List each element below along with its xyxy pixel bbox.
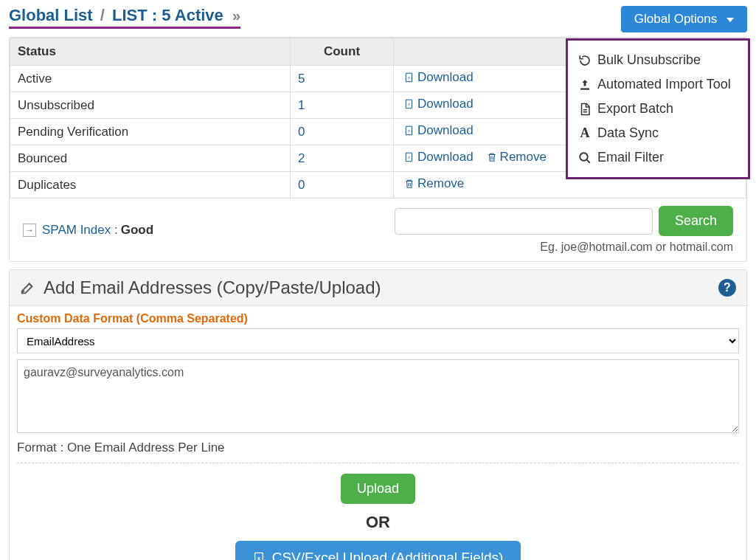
menu-item-label: Automated Import Tool xyxy=(597,77,731,92)
header-count: Count xyxy=(291,38,394,66)
menu-item-label: Export Batch xyxy=(597,101,673,117)
menu-item-label: Data Sync xyxy=(597,125,659,141)
count-cell: 5 xyxy=(291,66,394,92)
status-cell: Bounced xyxy=(10,145,291,172)
or-text: OR xyxy=(10,513,746,532)
breadcrumb-separator: / xyxy=(100,6,105,24)
download-link[interactable]: xDownload xyxy=(404,70,474,85)
breadcrumb[interactable]: Global List / LIST : 5 Active » xyxy=(9,6,240,29)
svg-text:x: x xyxy=(408,102,410,106)
count-link[interactable]: 1 xyxy=(298,98,305,112)
count-link[interactable]: 2 xyxy=(298,151,305,165)
status-cell: Unsubscribed xyxy=(10,92,291,119)
remove-link[interactable]: Remove xyxy=(404,176,464,191)
status-cell: Active xyxy=(10,66,291,92)
add-email-panel: Add Email Addresses (Copy/Paste/Upload) … xyxy=(9,269,747,560)
search-button[interactable]: Search xyxy=(659,206,733,236)
svg-text:x: x xyxy=(257,555,261,560)
svg-text:x: x xyxy=(408,155,410,159)
menu-item-export-batch[interactable]: Export Batch xyxy=(572,97,743,121)
breadcrumb-global-list[interactable]: Global List xyxy=(9,6,93,24)
undo-icon xyxy=(578,54,592,67)
expand-arrow-icon[interactable]: → xyxy=(23,224,36,237)
menu-item-automated-import-tool[interactable]: Automated Import Tool xyxy=(572,72,743,97)
divider xyxy=(17,463,739,463)
remove-link[interactable]: Remove xyxy=(487,150,547,165)
menu-item-label: Bulk Unsubscribe xyxy=(597,52,701,68)
status-cell: Pending Verification xyxy=(10,119,291,145)
count-cell: 2 xyxy=(291,145,394,172)
spam-index-link[interactable]: → SPAM Index : Good xyxy=(23,223,153,238)
svg-point-0 xyxy=(580,153,588,161)
count-link[interactable]: 0 xyxy=(298,125,305,139)
excel-icon: x xyxy=(404,72,415,83)
help-button[interactable]: ? xyxy=(718,279,736,297)
excel-file-icon: x xyxy=(253,551,265,560)
global-options-label: Global Options xyxy=(634,12,717,26)
custom-format-label: Custom Data Format (Comma Separated) xyxy=(10,306,746,328)
upload-button[interactable]: Upload xyxy=(341,474,415,504)
excel-icon: x xyxy=(404,98,415,110)
csv-excel-upload-button[interactable]: x CSV/Excel Upload (Additional Fields) xyxy=(235,541,521,560)
count-cell: 1 xyxy=(291,92,394,119)
menu-item-bulk-unsubscribe[interactable]: Bulk Unsubscribe xyxy=(572,48,743,72)
count-cell: 0 xyxy=(291,172,394,198)
breadcrumb-list-active[interactable]: LIST : 5 Active xyxy=(112,6,223,24)
header-status: Status xyxy=(10,38,291,66)
download-link[interactable]: xDownload xyxy=(404,150,474,165)
menu-item-data-sync[interactable]: A Data Sync xyxy=(572,121,743,145)
csv-button-label: CSV/Excel Upload (Additional Fields) xyxy=(272,550,504,560)
spam-index-label: SPAM Index : xyxy=(42,223,118,238)
count-cell: 0 xyxy=(291,119,394,145)
excel-icon: x xyxy=(404,151,415,163)
format-hint: Format : One Email Address Per Line xyxy=(10,440,746,463)
caret-down-icon xyxy=(726,18,734,22)
excel-icon: x xyxy=(404,125,415,136)
svg-text:x: x xyxy=(408,75,410,80)
format-select[interactable]: EmailAddress xyxy=(17,328,739,353)
trash-icon xyxy=(404,178,415,190)
menu-item-label: Email Filter xyxy=(597,150,664,165)
spam-index-value: Good xyxy=(121,223,153,238)
global-options-button[interactable]: Global Options xyxy=(621,6,747,32)
font-a-icon: A xyxy=(578,125,592,141)
global-options-dropdown: Bulk Unsubscribe Automated Import Tool E… xyxy=(566,38,750,179)
status-cell: Duplicates xyxy=(10,172,291,198)
count-link[interactable]: 0 xyxy=(298,178,305,192)
upload-icon xyxy=(578,78,592,91)
email-textarea[interactable] xyxy=(17,359,739,433)
chevron-right-icon: » xyxy=(232,7,240,24)
download-link[interactable]: xDownload xyxy=(404,97,474,111)
count-link[interactable]: 5 xyxy=(298,72,305,86)
file-icon xyxy=(578,103,592,116)
search-icon xyxy=(578,151,592,165)
search-hint: Eg. joe@hotmail.com or hotmail.com xyxy=(540,241,733,254)
edit-icon xyxy=(20,280,36,296)
menu-item-email-filter[interactable]: Email Filter xyxy=(572,145,743,170)
trash-icon xyxy=(487,151,497,163)
search-input[interactable] xyxy=(395,208,653,235)
panel-title-text: Add Email Addresses (Copy/Paste/Upload) xyxy=(44,277,381,298)
panel-title: Add Email Addresses (Copy/Paste/Upload) xyxy=(20,277,381,298)
download-link[interactable]: xDownload xyxy=(404,123,474,138)
svg-text:x: x xyxy=(408,128,410,133)
